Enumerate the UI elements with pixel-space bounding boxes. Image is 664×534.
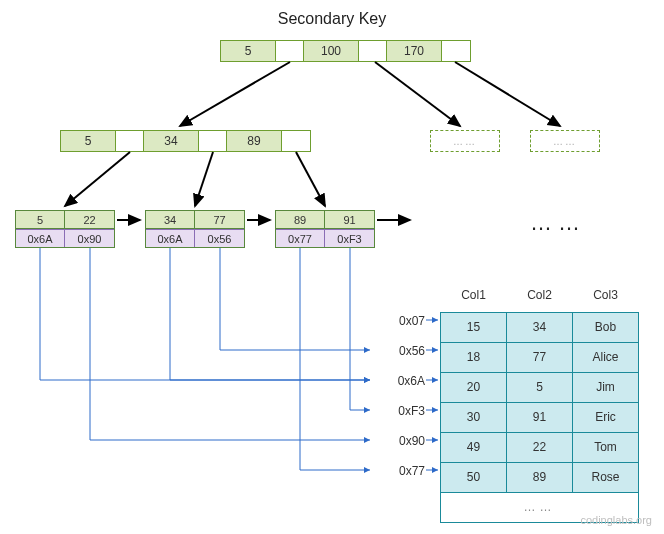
svg-line-2	[455, 62, 560, 126]
table-cell: Tom	[573, 432, 639, 462]
placeholder-node-1: ……	[430, 130, 500, 152]
placeholder-node-2: ……	[530, 130, 600, 152]
leaf-node-1: 5 22 0x6A 0x90	[15, 210, 115, 248]
leaf-key: 91	[325, 211, 374, 229]
root-node: 5 100 170	[220, 40, 471, 62]
table-cell: Jim	[573, 372, 639, 402]
table-cell: Bob	[573, 312, 639, 342]
leaf-ellipsis: ……	[530, 210, 586, 236]
data-table: Col1 Col2 Col3 15 34 Bob 18 77 Alice 20 …	[440, 282, 639, 523]
svg-line-4	[195, 152, 213, 206]
leaf-key: 22	[65, 211, 114, 229]
table-row: 49 22 Tom	[441, 432, 639, 462]
leaf-pointer: 0x77	[276, 229, 325, 247]
addr-label: 0x56	[375, 344, 425, 358]
internal-gap-1	[116, 131, 144, 151]
leaf-pointer: 0xF3	[325, 229, 374, 247]
leaf-key: 77	[195, 211, 244, 229]
table-cell: 15	[441, 312, 507, 342]
internal-gap-3	[282, 131, 310, 151]
leaf-key: 34	[146, 211, 195, 229]
addr-label: 0x6A	[375, 374, 425, 388]
svg-line-5	[296, 152, 325, 206]
table-cell: 91	[507, 402, 573, 432]
table-cell: 34	[507, 312, 573, 342]
svg-line-1	[375, 62, 460, 126]
table-cell: 49	[441, 432, 507, 462]
leaf-pointer: 0x6A	[16, 229, 65, 247]
table-row: 50 89 Rose	[441, 462, 639, 492]
addr-label: 0x90	[375, 434, 425, 448]
root-gap-1	[276, 41, 304, 61]
table-cell: 89	[507, 462, 573, 492]
svg-line-3	[65, 152, 130, 206]
table-row: 15 34 Bob	[441, 312, 639, 342]
table-cell: 30	[441, 402, 507, 432]
placeholder-label: ……	[553, 136, 577, 147]
addr-label: 0xF3	[375, 404, 425, 418]
addr-label: 0x07	[375, 314, 425, 328]
table-row: 30 91 Eric	[441, 402, 639, 432]
root-key-3: 170	[387, 41, 442, 61]
table-cell: 77	[507, 342, 573, 372]
leaf-pointer: 0x56	[195, 229, 244, 247]
leaf-key: 5	[16, 211, 65, 229]
table-header: Col3	[573, 282, 639, 312]
placeholder-label: ……	[453, 136, 477, 147]
table-row: 20 5 Jim	[441, 372, 639, 402]
internal-node: 5 34 89	[60, 130, 311, 152]
table-cell: 22	[507, 432, 573, 462]
internal-gap-2	[199, 131, 227, 151]
table-header: Col2	[507, 282, 573, 312]
leaf-pointer: 0x6A	[146, 229, 195, 247]
root-key-1: 5	[221, 41, 276, 61]
table-cell: Rose	[573, 462, 639, 492]
internal-key-1: 5	[61, 131, 116, 151]
watermark: codinglabs.org	[580, 514, 652, 526]
leaf-pointer: 0x90	[65, 229, 114, 247]
table-cell: 5	[507, 372, 573, 402]
table-cell: Alice	[573, 342, 639, 372]
table-row: 18 77 Alice	[441, 342, 639, 372]
addr-label: 0x77	[375, 464, 425, 478]
leaf-node-3: 89 91 0x77 0xF3	[275, 210, 375, 248]
table-cell: 20	[441, 372, 507, 402]
internal-key-3: 89	[227, 131, 282, 151]
table-cell: 18	[441, 342, 507, 372]
leaf-key: 89	[276, 211, 325, 229]
internal-key-2: 34	[144, 131, 199, 151]
diagram-title: Secondary Key	[0, 10, 664, 28]
root-gap-2	[359, 41, 387, 61]
table-header: Col1	[441, 282, 507, 312]
leaf-node-2: 34 77 0x6A 0x56	[145, 210, 245, 248]
table-cell: Eric	[573, 402, 639, 432]
table-cell: 50	[441, 462, 507, 492]
svg-line-0	[180, 62, 290, 126]
root-gap-3	[442, 41, 470, 61]
root-key-2: 100	[304, 41, 359, 61]
